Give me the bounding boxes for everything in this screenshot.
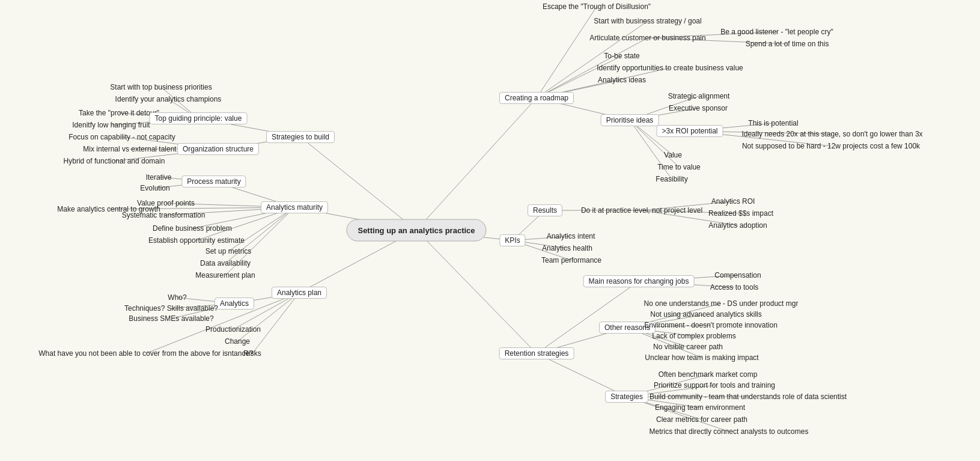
- node-no_one_understands: No one understands me - DS under product…: [642, 299, 801, 308]
- center-node: Setting up an analytics practice: [346, 219, 486, 242]
- node-build_community: Build community - team that understands …: [647, 392, 849, 401]
- node-process_maturity: Process maturity: [181, 176, 246, 188]
- node-change: Change: [222, 337, 252, 346]
- node-metrics_connect: Metrics that directly connect analysts t…: [647, 427, 811, 436]
- svg-line-32: [252, 293, 299, 353]
- node-evolution: Evolution: [138, 183, 172, 193]
- node-exec_sponsor: Executive sponsor: [666, 103, 730, 113]
- node-to_be_state: To-be state: [601, 51, 642, 61]
- node-focus_capability: Focus on capability - not capacity: [66, 132, 177, 142]
- node-articulate_pain: Articulate customer or business pain: [587, 33, 708, 43]
- node-roi_potential: >3x ROI potential: [656, 125, 723, 137]
- node-top_guiding: Top guiding principle: value: [150, 112, 248, 124]
- node-establish_opp: Establish opportunity estimate: [146, 236, 247, 245]
- node-analytics_adoption: Analytics adoption: [706, 221, 769, 230]
- node-access_tools: Access to tools: [708, 282, 761, 292]
- node-start_biz_priorities: Start with top business priorities: [108, 82, 214, 92]
- node-ideally_needs: Ideally needs 20x at this stage, so don'…: [739, 129, 925, 139]
- svg-line-34: [537, 7, 597, 98]
- node-what_not_covered: What have you not been able to cover fro…: [36, 349, 256, 358]
- node-no_visible_career: No visible career path: [651, 342, 725, 352]
- node-analytics_health: Analytics health: [540, 243, 595, 253]
- node-mix_internal: Mix internal vs external talent: [81, 144, 178, 154]
- node-not_using_advanced: Not using advanced analytics skills: [648, 310, 764, 319]
- svg-line-60: [537, 281, 639, 353]
- node-identify_champions: Identify your analytics champions: [113, 94, 224, 104]
- node-results: Results: [528, 204, 562, 216]
- node-value: Value: [662, 150, 684, 160]
- node-analytics_plan: Analytics plan: [272, 287, 327, 299]
- node-prioritize_support: Prioritize support for tools and trainin…: [651, 380, 778, 390]
- node-analytics_maturity: Analytics maturity: [261, 201, 328, 213]
- node-team_performance: Team performance: [539, 255, 604, 265]
- node-compensation: Compensation: [712, 270, 763, 280]
- node-escape_trough: Escape the "Trough of Disillusion": [540, 2, 653, 11]
- node-strategic_align: Strategic alignment: [666, 91, 732, 101]
- node-measurement: Measurement plan: [193, 270, 257, 280]
- svg-line-5: [416, 230, 537, 353]
- node-feasibility: Feasibility: [653, 174, 690, 184]
- node-data_avail: Data availability: [198, 258, 253, 268]
- mindmap-canvas: Setting up an analytics practiceStrategi…: [0, 0, 980, 461]
- node-not_supposed: Not supposed to be hard - 12w projects c…: [740, 141, 922, 151]
- node-lack_complex: Lack of complex problems: [650, 331, 738, 341]
- node-techniques: Techniques? Skills available?: [122, 304, 221, 313]
- node-analytics_roi: Analytics ROI: [709, 197, 758, 206]
- node-who: Who?: [165, 293, 189, 302]
- node-set_metrics: Set up metrics: [203, 246, 254, 256]
- node-often_benchmark: Often benchmark market comp: [656, 370, 760, 379]
- node-main_reasons: Main reasons for changing jobs: [583, 275, 695, 287]
- node-strategies_to_build: Strategies to build: [266, 131, 335, 143]
- node-prioritise_ideas: Prioritise ideas: [601, 114, 659, 126]
- svg-line-3: [416, 98, 537, 230]
- node-creating_roadmap: Creating a roadmap: [499, 92, 574, 104]
- node-time_to_value: Time to value: [655, 162, 703, 172]
- node-do_it_practice: Do it at practice level, not project lev…: [579, 206, 705, 215]
- svg-line-0: [300, 137, 416, 230]
- node-analytics_ideas: Analytics ideas: [595, 75, 648, 85]
- node-unclear_impact: Unclear how team is making impact: [642, 353, 761, 362]
- node-biz_sme: Business SMEs available?: [126, 314, 216, 323]
- node-kpis: KPIs: [499, 234, 525, 246]
- node-clear_metrics: Clear metrics for career path: [654, 415, 750, 424]
- node-define_biz: Define business problem: [150, 224, 234, 233]
- node-identify_low: Idenitfy low hanging fruit: [70, 120, 152, 130]
- node-productionization: Productionization: [203, 325, 263, 334]
- node-environment_innovation: Environment - doesn't promote innovation: [642, 320, 780, 330]
- node-start_biz_strategy: Start with business strategy / goal: [591, 16, 704, 26]
- node-this_is_potential: This is potential: [746, 118, 800, 128]
- node-spend_lot: Spend a lot of time on this: [743, 39, 832, 49]
- node-engaging_team: Engaging team environment: [653, 403, 747, 412]
- node-realized_impact: Realized $$s impact: [706, 209, 776, 218]
- node-make_central: Make analytics central to growth: [55, 204, 162, 214]
- node-identify_opp: Identify opportunities to create busines…: [594, 63, 745, 73]
- node-analytics_intent: Analytics intent: [544, 231, 598, 241]
- node-retention: Retention strategies: [499, 347, 574, 359]
- node-strategies_sub: Strategies: [605, 391, 648, 403]
- node-iterative: Iterative: [144, 172, 174, 182]
- node-be_good_listener: Be a good listener - "let people cry": [718, 27, 835, 37]
- node-org_structure: Organization structure: [177, 143, 259, 155]
- node-hybrid_functional: Hybrid of functional and domain: [61, 156, 168, 166]
